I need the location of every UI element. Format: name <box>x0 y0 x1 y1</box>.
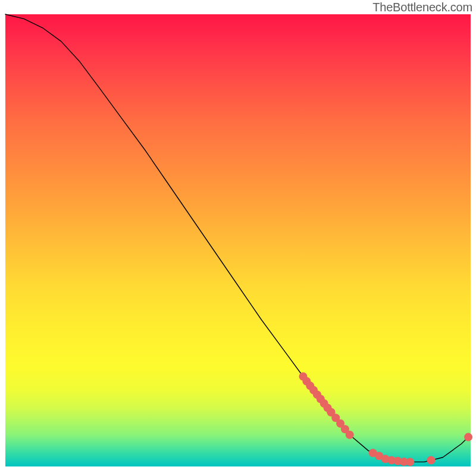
bottleneck-chart: TheBottleneck.com <box>0 0 476 476</box>
data-marker <box>406 458 414 466</box>
data-marker <box>346 431 354 439</box>
watermark-text: TheBottleneck.com <box>372 1 472 14</box>
data-markers-group <box>299 372 472 466</box>
chart-overlay-svg <box>5 14 471 466</box>
data-marker <box>464 433 472 441</box>
bottleneck-curve <box>5 14 471 462</box>
data-marker <box>427 456 436 465</box>
